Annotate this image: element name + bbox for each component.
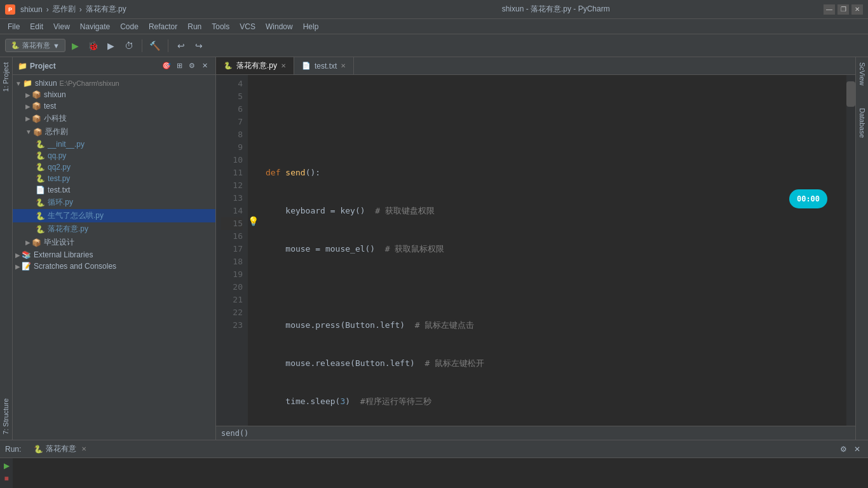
project-tab[interactable]: 1: Project	[0, 57, 12, 97]
bottom-settings-btn[interactable]: ⚙	[837, 444, 849, 455]
settings-icon[interactable]: ⚙	[186, 60, 198, 72]
toolbar-separator-2	[168, 39, 168, 52]
tree-item-shengqi[interactable]: 🐍 生气了怎么哄.py	[13, 209, 215, 222]
scrollbar-right[interactable]	[846, 75, 855, 426]
code-line-7: mouse = mouse_el() # 获取鼠标权限	[266, 243, 841, 255]
tab-test[interactable]: 📄 test.txt ✕	[294, 57, 354, 74]
tab-test-close[interactable]: ✕	[341, 62, 346, 69]
ezj-icon: 📦	[33, 128, 43, 137]
luohua-icon: 🐍	[36, 225, 45, 234]
menu-file[interactable]: File	[3, 21, 25, 32]
gi-16	[248, 227, 261, 240]
tree-item-testpy[interactable]: 🐍 test.py	[13, 173, 215, 184]
scview-tab[interactable]: ScView	[856, 57, 868, 90]
menu-edit[interactable]: Edit	[25, 21, 48, 32]
line-numbers: 4 5 6 7 8 9 10 11 12 13 14 15 16 17 18 1…	[216, 75, 248, 426]
gi-15: 💡	[248, 215, 261, 227]
scratches-label: Scratches and Consoles	[34, 262, 116, 271]
ln-15: 15	[221, 217, 243, 230]
profile-button[interactable]: ⏱	[121, 38, 137, 53]
ln-17: 17	[221, 243, 243, 255]
menu-window[interactable]: Window	[261, 21, 298, 32]
ln-20: 20	[221, 281, 243, 294]
test-arrow: ▶	[25, 103, 31, 110]
tree-item-test-module[interactable]: ▶ 📦 test	[13, 100, 215, 112]
tree-item-ezj[interactable]: ▼ 📦 恶作剧	[13, 125, 215, 139]
toolbar: 🐍 落花有意 ▼ ▶ 🐞 ▶ ⏱ 🔨 ↩ ↪	[0, 34, 868, 57]
init-icon: 🐍	[36, 140, 45, 149]
qq-label: qq.py	[48, 151, 66, 160]
project-header-icons: 🎯 ⊞ ⚙ ✕	[161, 60, 210, 72]
editor-tabs: 🐍 落花有意.py ✕ 📄 test.txt ✕	[216, 57, 855, 75]
project-title: Project	[30, 62, 158, 71]
close-button[interactable]: ✕	[851, 4, 863, 15]
tree-item-qq2[interactable]: 🐍 qq2.py	[13, 161, 215, 173]
run-config-label: 落花有意	[22, 41, 50, 50]
bottom-tabs-bar: Run: 🐍 落花有意 ✕ ⚙ ✕	[0, 440, 868, 458]
tree-item-xiaokej[interactable]: ▶ 📦 小科技	[13, 112, 215, 125]
ln-23: 23	[221, 319, 243, 332]
debug-button[interactable]: 🐞	[86, 38, 101, 53]
tree-item-testtxt[interactable]: 📄 test.txt	[13, 184, 215, 196]
run-play-btn[interactable]: ▶	[1, 461, 11, 471]
testtxt-label: test.txt	[48, 186, 70, 194]
run-tab-close[interactable]: ✕	[81, 445, 86, 452]
menu-refactor[interactable]: Refactor	[144, 21, 182, 32]
shixun-label: shixun	[44, 90, 66, 99]
minimize-button[interactable]: —	[824, 4, 835, 15]
undo-button[interactable]: ↩	[173, 38, 189, 53]
tree-item-init[interactable]: 🐍 __init__.py	[13, 139, 215, 150]
run-config-selector[interactable]: 🐍 落花有意 ▼	[5, 39, 65, 52]
structure-tab[interactable]: 7: Structure	[0, 393, 12, 440]
run-stop-btn[interactable]: ■	[1, 473, 11, 484]
menu-run[interactable]: Run	[182, 21, 207, 32]
tree-item-extlib[interactable]: ▶ 📚 External Libraries	[13, 249, 215, 261]
ln-8: 8	[221, 128, 243, 141]
code-line-5: def send():	[266, 166, 841, 179]
gi-7	[248, 113, 261, 126]
breadcrumb: shixun › 恶作剧 › 落花有意.py	[20, 4, 288, 15]
database-tab[interactable]: Database	[856, 103, 868, 143]
scratches-arrow: ▶	[15, 263, 20, 270]
menu-vcs[interactable]: VCS	[234, 21, 261, 32]
menu-code[interactable]: Code	[115, 21, 144, 32]
menu-view[interactable]: View	[48, 21, 75, 32]
run-tab-luohua[interactable]: 🐍 落花有意 ✕	[29, 441, 92, 457]
ln-4: 4	[221, 78, 243, 90]
code-footer: send()	[216, 426, 855, 440]
tree-item-scratches[interactable]: ▶ 📝 Scratches and Consoles	[13, 261, 215, 272]
tab-luohua-close[interactable]: ✕	[281, 62, 286, 69]
scrollbar-thumb[interactable]	[846, 81, 855, 107]
bottom-close-btn[interactable]: ✕	[851, 444, 863, 455]
run-tab-icon: 🐍	[34, 445, 43, 454]
menu-navigate[interactable]: Navigate	[75, 21, 115, 32]
menu-help[interactable]: Help	[298, 21, 324, 32]
build-button[interactable]: 🔨	[147, 38, 163, 53]
locate-icon[interactable]: 🎯	[161, 60, 172, 72]
shengqi-icon: 🐍	[36, 212, 45, 220]
ln-19: 19	[221, 268, 243, 281]
ln-16: 16	[221, 230, 243, 243]
run-coverage-button[interactable]: ▶	[104, 38, 119, 53]
tree-item-shixun[interactable]: ▶ 📦 shixun	[13, 89, 215, 100]
breadcrumb-app: shixun	[20, 5, 43, 14]
test-icon: 📦	[32, 102, 41, 111]
tree-item-xunhuan[interactable]: 🐍 循环.py	[13, 196, 215, 209]
tree-item-qq[interactable]: 🐍 qq.py	[13, 150, 215, 161]
ln-14: 14	[221, 205, 243, 217]
right-sidebar: ScView Database	[855, 57, 868, 440]
run-button[interactable]: ▶	[68, 38, 83, 53]
tree-item-biye[interactable]: ▶ 📦 毕业设计	[13, 236, 215, 249]
code-line-4	[266, 128, 841, 141]
gi-4	[248, 75, 261, 88]
code-editor[interactable]: 00:00 def send(): keyboard = key() # 获取键…	[261, 75, 846, 426]
maximize-button[interactable]: ❐	[837, 4, 849, 15]
tree-root[interactable]: ▼ 📁 shixun E:\PyCharm\shixun	[13, 78, 215, 89]
menu-tools[interactable]: Tools	[207, 21, 234, 32]
redo-button[interactable]: ↪	[191, 38, 207, 53]
tab-luohua[interactable]: 🐍 落花有意.py ✕	[216, 57, 294, 74]
hide-icon[interactable]: ✕	[199, 60, 210, 72]
collapse-icon[interactable]: ⊞	[173, 60, 185, 72]
tree-item-luohua[interactable]: 🐍 落花有意.py	[13, 222, 215, 236]
extlib-icon: 📚	[22, 250, 31, 259]
